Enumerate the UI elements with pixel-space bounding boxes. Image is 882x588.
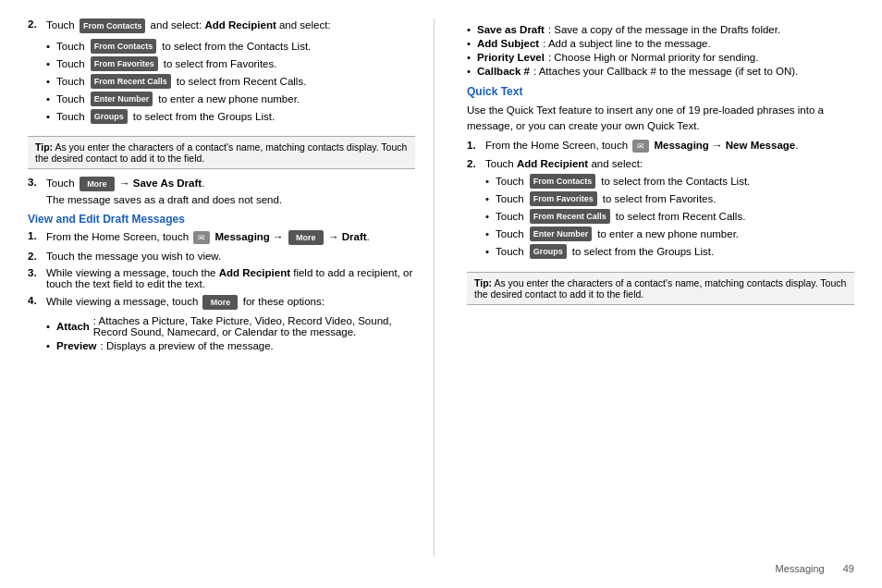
btn-more-1[interactable]: More [80,177,115,191]
left-column: 2. Touch From Contacts and select: Add R… [28,18,435,556]
rstep2-text: Touch [485,158,514,169]
item2-num: 2. [28,18,41,129]
step4-text2: for these options: [243,296,325,307]
step1-arrow: → [273,231,287,242]
bullet-preview: Preview: Displays a preview of the messa… [46,338,415,352]
item3-num: 3. [28,177,41,205]
item3-content: Touch More → Save As Draft. The message … [46,177,415,205]
bullet-from-contacts: Touch From Contacts to select from the C… [46,37,415,55]
rstep2-bold: Add Recipient [517,158,588,169]
bullet-add-subject: Add Subject: Add a subject line to the m… [467,36,854,50]
step2-num: 2. [28,251,41,262]
footer-label: Messaging [776,563,825,574]
step4-content: While viewing a message, touch More for … [46,295,415,356]
right-tip-label: Tip: [474,277,492,288]
right-tip: Tip: As you enter the characters of a co… [467,272,854,305]
item2-rest: and select: [151,19,202,31]
rbullet-from-favorites: Touch From Favorites to select from Favo… [485,190,854,208]
right-column: Save as Draft: Save a copy of the messag… [462,18,854,556]
messaging-icon-2: ✉ [632,140,649,153]
rbtn-recent[interactable]: From Recent Calls [530,209,610,224]
bullet-save-draft: Save as Draft: Save a copy of the messag… [467,22,854,36]
left-item-3: 3. Touch More → Save As Draft. The messa… [28,177,415,205]
page: 2. Touch From Contacts and select: Add R… [0,0,882,588]
item2-content: Touch From Contacts and select: Add Reci… [46,18,415,129]
rbtn-contacts[interactable]: From Contacts [530,174,596,189]
right-step-2: 2. Touch Add Recipient and select: Touch… [467,158,854,264]
rbtn-enter-num[interactable]: Enter Number [530,227,593,241]
rstep1-bold2: New Message [726,140,795,151]
left-step-4: 4. While viewing a message, touch More f… [28,295,415,356]
bullet-groups: Touch Groups to select from the Groups L… [46,107,415,125]
step1-bold2: Draft [342,231,367,242]
rbullet-from-recent: Touch From Recent Calls to select from R… [485,208,854,226]
right-intro: Use the Quick Text feature to insert any… [467,103,854,135]
rbtn-favorites[interactable]: From Favorites [530,191,597,206]
item3-arrow: → [119,178,133,189]
btn-more-3[interactable]: More [202,295,238,310]
left-tip-label: Tip: [35,141,53,153]
btn-enter-num-1[interactable]: Enter Number [91,92,153,106]
step4-num: 4. [28,295,41,356]
bullet-from-recent: Touch From Recent Calls to select from R… [46,72,415,90]
btn-more-2[interactable]: More [288,230,324,245]
columns: 2. Touch From Contacts and select: Add R… [28,18,854,556]
step1-arrow2: → [328,231,342,242]
btn-favorites-1[interactable]: From Favorites [91,56,158,71]
messaging-icon-1: ✉ [193,231,210,244]
item2-text: Touch [46,19,75,31]
bullet-callback: Callback #: Attaches your Callback # to … [467,64,854,78]
step2-content: Touch the message you wish to view. [46,251,415,262]
item3-text: Touch [46,178,75,189]
rstep1-arrow: → [712,140,726,151]
rstep2-bullets: Touch From Contacts to select from the C… [485,173,854,261]
left-section-heading: View and Edit Draft Messages [28,213,415,226]
right-tip-text: As you enter the characters of a contact… [474,277,846,300]
rstep2-content: Touch Add Recipient and select: Touch Fr… [485,158,854,264]
btn-recent-1[interactable]: From Recent Calls [91,74,171,89]
rstep1-bold: Messaging [654,140,708,151]
btn-contacts-1[interactable]: From Contacts [91,39,157,54]
left-item-2: 2. Touch From Contacts and select: Add R… [28,18,415,129]
step3-num: 3. [28,267,41,289]
step1-content: From the Home Screen, touch ✉ Messaging … [46,230,415,245]
item3-sub: The message saves as a draft and does no… [46,194,415,205]
item2-bold: Add Recipient [204,19,276,31]
step4-bullets: Attach: Attaches a Picture, Take Picture… [46,313,415,352]
rstep1-content: From the Home Screen, touch ✉ Messaging … [485,140,854,153]
rstep1-text1: From the Home Screen, touch [485,140,628,151]
bullet-enter-number: Touch Enter Number to enter a new phone … [46,90,415,107]
left-step-3: 3. While viewing a message, touch the Ad… [28,267,415,289]
rbtn-groups[interactable]: Groups [530,244,567,259]
rstep1-num: 1. [467,140,480,153]
left-step-2: 2. Touch the message you wish to view. [28,251,415,262]
bullet-attach: Attach: Attaches a Picture, Take Picture… [46,313,415,338]
step3-content: While viewing a message, touch the Add R… [46,267,415,289]
step3-bold: Add Recipient [219,267,290,278]
rstep2-num: 2. [467,158,480,264]
footer: Messaging 49 [28,556,854,574]
from-contacts-btn-2[interactable]: From Contacts [80,18,146,33]
left-tip-text: As you enter the characters of a contact… [35,141,407,164]
rbullet-groups: Touch Groups to select from the Groups L… [485,243,854,261]
left-step-1: 1. From the Home Screen, touch ✉ Messagi… [28,230,415,245]
step1-bold: Messaging [214,231,269,242]
right-step-1: 1. From the Home Screen, touch ✉ Messagi… [467,140,854,153]
rbullet-from-contacts: Touch From Contacts to select from the C… [485,173,854,190]
bullet-from-favorites: Touch From Favorites to select from Favo… [46,55,415,72]
step4-text1: While viewing a message, touch [46,296,198,307]
right-section-heading: Quick Text [467,85,854,98]
bullet-priority: Priority Level: Choose High or Normal pr… [467,50,854,64]
rstep2-rest: and select: [591,158,643,169]
step1-num: 1. [28,230,41,245]
footer-page: 49 [843,563,854,574]
step1-text1: From the Home Screen, touch [46,231,189,242]
item3-bold: Save As Draft [133,178,202,189]
step2-text: Touch the message you wish to view. [46,251,221,262]
right-top-bullets: Save as Draft: Save a copy of the messag… [467,22,854,78]
rbullet-enter-number: Touch Enter Number to enter a new phone … [485,226,854,243]
step3-text1: While viewing a message, touch the [46,267,215,278]
footer-content: Messaging 49 [776,563,854,574]
left-tip-1: Tip: As you enter the characters of a co… [28,136,415,169]
btn-groups-1[interactable]: Groups [91,109,128,124]
